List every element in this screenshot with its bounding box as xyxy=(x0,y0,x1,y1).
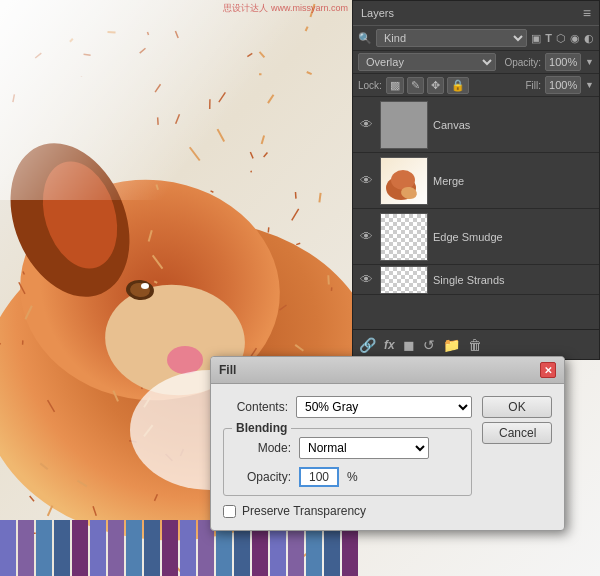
layer-visibility-eye[interactable]: 👁 xyxy=(357,229,375,244)
layers-panel-title: Layers xyxy=(361,7,394,19)
lock-image-btn[interactable]: ✎ xyxy=(407,77,424,94)
lock-label: Lock: xyxy=(358,80,382,91)
fill-dialog-cancel-button[interactable]: Cancel xyxy=(482,422,552,444)
mode-label: Mode: xyxy=(236,441,291,455)
layer-thumbnail xyxy=(380,266,428,294)
fill-label: Fill: xyxy=(526,80,542,91)
layer-name: Merge xyxy=(433,175,595,187)
new-group-icon[interactable]: 📁 xyxy=(443,337,460,353)
blend-opacity-row: Overlay Opacity: ▼ xyxy=(353,51,599,74)
fill-dialog-ok-button[interactable]: OK xyxy=(482,396,552,418)
fill-dropdown-arrow[interactable]: ▼ xyxy=(585,80,594,90)
layers-search-row: 🔍 Kind ▣ T ⬡ ◉ ◐ xyxy=(353,26,599,51)
layer-filter-toggle[interactable]: ◐ xyxy=(584,32,594,45)
layer-row[interactable]: 👁 Single Strands xyxy=(353,265,599,295)
fill-dialog-body: Contents: 50% Gray Foreground Color Back… xyxy=(211,384,564,530)
opacity-dialog-input[interactable] xyxy=(299,467,339,487)
lock-transparent-btn[interactable]: ▩ xyxy=(386,77,404,94)
search-icon: 🔍 xyxy=(358,32,372,45)
layer-visibility-eye[interactable]: 👁 xyxy=(357,117,375,132)
preserve-transparency-checkbox[interactable] xyxy=(223,505,236,518)
fill-dialog-titlebar: Fill ✕ xyxy=(211,357,564,384)
blending-group: Blending Mode: Normal Dissolve Darken Mu… xyxy=(223,428,472,496)
opacity-row: Opacity: % xyxy=(236,467,459,487)
merge-thumb-canvas xyxy=(381,158,428,205)
layer-thumbnail xyxy=(380,157,428,205)
opacity-input[interactable] xyxy=(545,53,581,71)
mode-row: Mode: Normal Dissolve Darken Multiply Ov… xyxy=(236,437,459,459)
layer-thumbnail xyxy=(380,213,428,261)
layer-effects-icon[interactable]: fx xyxy=(384,338,395,352)
blending-legend: Blending xyxy=(232,421,291,435)
preserve-transparency-row: Preserve Transparency xyxy=(223,504,472,518)
layer-filter-icon-smart[interactable]: ◉ xyxy=(570,32,580,45)
adjustment-layer-icon[interactable]: ↺ xyxy=(423,337,435,353)
kind-dropdown[interactable]: Kind xyxy=(376,29,527,47)
layer-name: Canvas xyxy=(433,119,595,131)
fill-dialog-close-button[interactable]: ✕ xyxy=(540,362,556,378)
layers-bottom-bar: 🔗 fx ◼ ↺ 📁 🗑 xyxy=(353,329,599,359)
lock-position-btn[interactable]: ✥ xyxy=(427,77,444,94)
contents-row: Contents: 50% Gray Foreground Color Back… xyxy=(223,396,472,418)
link-layers-icon[interactable]: 🔗 xyxy=(359,337,376,353)
layers-panel-menu-icon[interactable]: ≡ xyxy=(583,5,591,21)
contents-label: Contents: xyxy=(223,400,288,414)
fill-input[interactable] xyxy=(545,76,581,94)
layer-visibility-eye[interactable]: 👁 xyxy=(357,173,375,188)
blend-mode-dropdown[interactable]: Overlay xyxy=(358,53,496,71)
layer-name: Single Strands xyxy=(433,274,595,286)
dialog-buttons: OK Cancel xyxy=(482,396,552,444)
lock-icons: ▩ ✎ ✥ 🔒 xyxy=(386,77,522,94)
fill-dialog: Fill ✕ Contents: 50% Gray Foreground Col… xyxy=(210,356,565,531)
contents-select[interactable]: 50% Gray Foreground Color Background Col… xyxy=(296,396,472,418)
layer-row[interactable]: 👁 Canvas xyxy=(353,97,599,153)
opacity-label: Opacity: xyxy=(504,57,541,68)
layer-thumbnail xyxy=(380,101,428,149)
delete-layer-icon[interactable]: 🗑 xyxy=(468,337,482,353)
layer-name: Edge Smudge xyxy=(433,231,595,243)
layer-row[interactable]: 👁 Edge Smudge xyxy=(353,209,599,265)
layer-visibility-eye[interactable]: 👁 xyxy=(357,272,375,287)
opacity-dropdown-arrow[interactable]: ▼ xyxy=(585,57,594,67)
watermark: 思设计达人 www.missyarn.com xyxy=(223,2,348,15)
preserve-transparency-label: Preserve Transparency xyxy=(242,504,366,518)
layers-panel-titlebar: Layers ≡ xyxy=(353,1,599,26)
opacity-pct: % xyxy=(347,470,358,484)
layer-filter-icon-pixel[interactable]: ▣ xyxy=(531,32,541,45)
mode-select[interactable]: Normal Dissolve Darken Multiply Overlay xyxy=(299,437,429,459)
layer-filter-icon-text[interactable]: T xyxy=(545,32,552,44)
add-mask-icon[interactable]: ◼ xyxy=(403,337,415,353)
lock-all-btn[interactable]: 🔒 xyxy=(447,77,469,94)
layer-filter-icon-shape[interactable]: ⬡ xyxy=(556,32,566,45)
layer-row[interactable]: 👁 Merge xyxy=(353,153,599,209)
fill-dialog-title: Fill xyxy=(219,363,236,377)
layers-panel: Layers ≡ 🔍 Kind ▣ T ⬡ ◉ ◐ Overlay Opacit… xyxy=(352,0,600,360)
opacity-dialog-label: Opacity: xyxy=(236,470,291,484)
lock-fill-row: Lock: ▩ ✎ ✥ 🔒 Fill: ▼ xyxy=(353,74,599,97)
layers-list: 👁 Canvas 👁 Merge 👁 Edge Smudge 👁 xyxy=(353,97,599,329)
